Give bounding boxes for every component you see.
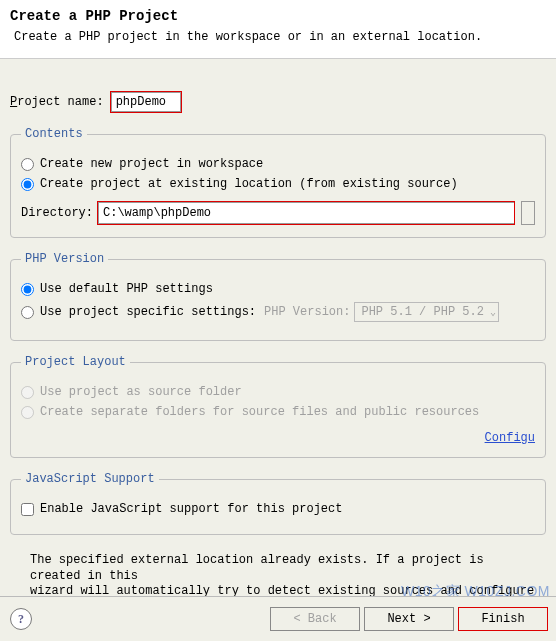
radio-specific-php[interactable] [21, 306, 34, 319]
browse-button[interactable] [521, 201, 535, 225]
help-icon[interactable]: ? [10, 608, 32, 630]
radio-specific-php-label: Use project specific settings: [40, 305, 256, 319]
directory-label: Directory: [21, 206, 93, 220]
project-layout-legend: Project Layout [21, 355, 130, 369]
wizard-header: Create a PHP Project Create a PHP projec… [0, 0, 556, 59]
php-version-sublabel: PHP Version: [264, 305, 350, 319]
directory-input[interactable] [98, 202, 514, 224]
contents-group: Contents Create new project in workspace… [10, 127, 546, 238]
project-name-label: Project name: [10, 95, 104, 109]
radio-default-php[interactable] [21, 283, 34, 296]
php-version-legend: PHP Version [21, 252, 108, 266]
js-support-label: Enable JavaScript support for this proje… [40, 502, 342, 516]
radio-existing-label: Create project at existing location (fro… [40, 177, 458, 191]
php-version-group: PHP Version Use default PHP settings Use… [10, 252, 546, 341]
radio-source-folder [21, 386, 34, 399]
js-support-row[interactable]: Enable JavaScript support for this proje… [21, 502, 535, 516]
finish-button[interactable]: Finish [458, 607, 548, 631]
button-bar: ? < Back Next > Finish [0, 596, 556, 641]
radio-existing-row[interactable]: Create project at existing location (fro… [21, 177, 535, 191]
chevron-down-icon: ⌄ [490, 306, 496, 318]
radio-specific-php-row[interactable]: Use project specific settings: PHP Versi… [21, 302, 535, 322]
project-name-row: Project name: [10, 91, 546, 113]
wizard-title: Create a PHP Project [10, 8, 546, 24]
radio-default-php-row[interactable]: Use default PHP settings [21, 282, 535, 296]
project-layout-group: Project Layout Use project as source fol… [10, 355, 546, 458]
radio-existing[interactable] [21, 178, 34, 191]
back-button: < Back [270, 607, 360, 631]
js-support-group: JavaScript Support Enable JavaScript sup… [10, 472, 546, 535]
radio-separate-folders-row: Create separate folders for source files… [21, 405, 535, 419]
radio-workspace-label: Create new project in workspace [40, 157, 263, 171]
next-button[interactable]: Next > [364, 607, 454, 631]
php-version-select: PHP 5.1 / PHP 5.2 ⌄ [354, 302, 498, 322]
radio-separate-folders [21, 406, 34, 419]
configure-link[interactable]: Configu [485, 431, 535, 445]
js-support-legend: JavaScript Support [21, 472, 159, 486]
project-name-input[interactable] [111, 92, 181, 112]
wizard-subtitle: Create a PHP project in the workspace or… [14, 30, 546, 44]
radio-source-folder-label: Use project as source folder [40, 385, 242, 399]
radio-workspace[interactable] [21, 158, 34, 171]
contents-legend: Contents [21, 127, 87, 141]
radio-workspace-row[interactable]: Create new project in workspace [21, 157, 535, 171]
js-support-checkbox[interactable] [21, 503, 34, 516]
radio-source-folder-row: Use project as source folder [21, 385, 535, 399]
radio-default-php-label: Use default PHP settings [40, 282, 213, 296]
radio-separate-folders-label: Create separate folders for source files… [40, 405, 479, 419]
